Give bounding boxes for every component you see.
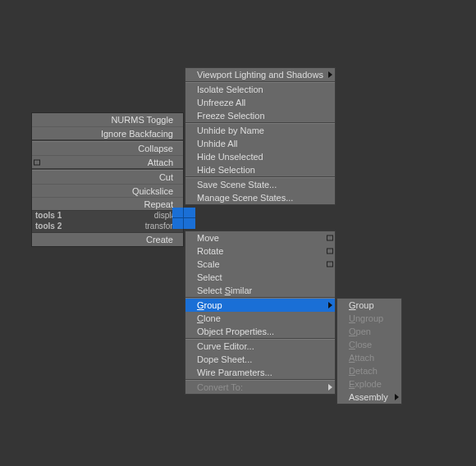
menu-item[interactable]: Unhide All (185, 137, 335, 150)
options-icon (34, 159, 40, 165)
menu-item[interactable]: Quickslice (32, 184, 183, 197)
menu-item[interactable]: Ignore Backfacing (32, 126, 183, 139)
menu-item-create[interactable]: Create (32, 232, 183, 246)
context-menu-transform: Move Rotate Scale Select Select Similar … (185, 231, 336, 395)
menu-item[interactable]: Wire Parameters... (185, 366, 335, 379)
menu-item-clone[interactable]: Clone (185, 312, 335, 325)
submenu-item-open: Open (337, 325, 401, 338)
options-icon (327, 235, 333, 241)
menu-item[interactable]: Repeat (32, 197, 183, 210)
quad-title-row: tools 2 transform (32, 222, 183, 232)
menu-item[interactable]: Attach (32, 155, 183, 168)
menu-item-group[interactable]: Group (185, 299, 335, 312)
submenu-item-detach: Detach (337, 364, 401, 377)
context-menu-main: Viewport Lighting and Shadows Isolate Se… (185, 67, 336, 205)
menu-item[interactable]: Collapse (32, 142, 183, 155)
submenu-item-explode: Explode (337, 377, 401, 391)
submenu-group: Group Ungroup Open Close Attach Detach E… (336, 298, 402, 404)
menu-item[interactable]: Cut (32, 171, 183, 184)
menu-item-move[interactable]: Move (185, 231, 335, 244)
quad-menu-left: NURMS Toggle Ignore Backfacing Collapse … (31, 112, 184, 247)
submenu-item-attach: Attach (337, 351, 401, 364)
menu-item[interactable]: Hide Unselected (185, 150, 335, 163)
menu-item-select-similar[interactable]: Select Similar (185, 284, 335, 297)
menu-item-viewport-lighting[interactable]: Viewport Lighting and Shadows (185, 68, 335, 81)
menu-item[interactable]: Hide Selection (185, 163, 335, 176)
menu-item[interactable]: Select (185, 271, 335, 284)
menu-item[interactable]: Unfreeze All (185, 96, 335, 109)
submenu-item-close: Close (337, 338, 401, 351)
menu-item[interactable]: Isolate Selection (185, 83, 335, 96)
menu-item[interactable]: Curve Editor... (185, 340, 335, 353)
submenu-item-group[interactable]: Group (337, 299, 401, 312)
submenu-arrow-icon (328, 302, 332, 308)
submenu-arrow-icon (328, 71, 332, 78)
menu-item[interactable]: Unhide by Name (185, 124, 335, 137)
menu-item[interactable]: Object Properties... (185, 325, 335, 338)
menu-item[interactable]: Save Scene State... (185, 178, 335, 191)
menu-item-scale[interactable]: Scale (185, 258, 335, 271)
menu-item-convert-to[interactable]: Convert To: (185, 381, 335, 394)
quad-title-row: tools 1 display (32, 211, 183, 222)
menu-item[interactable]: Manage Scene States... (185, 191, 335, 204)
submenu-arrow-icon (328, 384, 332, 391)
options-icon (327, 262, 333, 267)
quad-center-icon (172, 208, 195, 230)
submenu-item-ungroup: Ungroup (337, 312, 401, 325)
menu-item[interactable]: NURMS Toggle (32, 113, 183, 126)
options-icon (327, 249, 333, 254)
menu-item[interactable]: Dope Sheet... (185, 353, 335, 366)
menu-item[interactable]: Freeze Selection (185, 109, 335, 122)
menu-item-rotate[interactable]: Rotate (185, 244, 335, 258)
submenu-arrow-icon (395, 394, 399, 400)
submenu-item-assembly[interactable]: Assembly (337, 391, 401, 404)
